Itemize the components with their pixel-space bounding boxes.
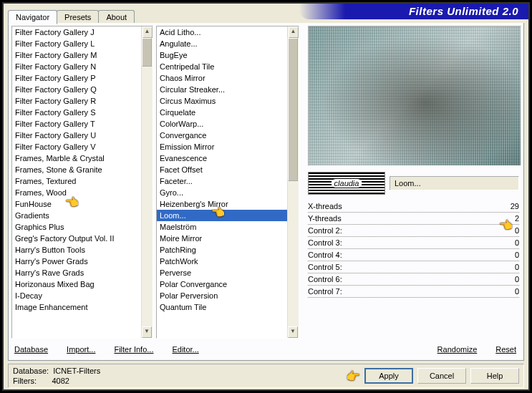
scroll-thumb[interactable]	[142, 38, 152, 67]
list-item[interactable]: Frames, Stone & Granite	[12, 164, 153, 175]
scrollbar[interactable]: ▲ ▼	[141, 26, 153, 338]
list-item[interactable]: Angulate...	[157, 38, 299, 49]
list-item[interactable]: Frames, Wood	[12, 187, 153, 198]
tab-presets[interactable]: Presets	[57, 10, 99, 24]
controls-list: X-threads29Y-threads2Control 2:0Control …	[308, 200, 519, 298]
list-item[interactable]: Perverse	[157, 267, 299, 278]
filter-preview	[308, 26, 521, 166]
list-item[interactable]: Filter Factory Gallery Q	[12, 84, 153, 95]
control-value: 0	[515, 251, 519, 259]
help-button[interactable]: Help	[470, 368, 519, 384]
list-item[interactable]: Polar Convergance	[157, 278, 299, 290]
control-row[interactable]: Control 5:0	[308, 261, 519, 273]
list-item[interactable]: Frames, Marble & Crystal	[12, 152, 153, 164]
list-item[interactable]: Faceter...	[157, 175, 299, 187]
list-item[interactable]: Filter Factory Gallery S	[12, 107, 153, 118]
list-item[interactable]: ColorWarp...	[157, 118, 299, 130]
list-item[interactable]: Filter Factory Gallery P	[12, 72, 153, 84]
list-item[interactable]: Filter Factory Gallery R	[12, 95, 153, 107]
list-item[interactable]: Graphics Plus	[12, 221, 153, 233]
title-bar: Filters Unlimited 2.0	[299, 4, 528, 19]
list-item[interactable]: Filter Factory Gallery T	[12, 118, 153, 130]
filter-info-link[interactable]: Filter Info...	[111, 345, 156, 354]
list-item[interactable]: Filter Factory Gallery M	[12, 49, 153, 61]
list-item[interactable]: Frames, Textured	[12, 175, 153, 187]
navigator-panel: Filter Factory Gallery JFilter Factory G…	[8, 23, 524, 361]
scroll-down-icon[interactable]: ▼	[288, 326, 298, 338]
category-list[interactable]: Filter Factory Gallery JFilter Factory G…	[11, 26, 153, 339]
list-item[interactable]: I-Decay	[12, 290, 153, 301]
control-label: Control 5:	[308, 263, 364, 271]
status-filters-label: Filters:	[13, 377, 37, 385]
panel-buttons: Database Import... Filter Info... Editor…	[11, 341, 519, 357]
scroll-up-icon[interactable]: ▲	[289, 26, 299, 38]
control-label: Control 4:	[308, 251, 364, 259]
apply-button[interactable]: Apply	[364, 368, 413, 384]
editor-link[interactable]: Editor...	[169, 345, 201, 354]
list-item[interactable]: Image Enhancement	[12, 301, 153, 313]
scroll-down-icon[interactable]: ▼	[142, 326, 152, 338]
control-row[interactable]: Control 7:0	[308, 286, 519, 298]
list-item[interactable]: Gradients	[12, 210, 153, 221]
status-db-label: Database:	[13, 367, 49, 375]
control-row[interactable]: Control 4:0	[308, 249, 519, 261]
control-row[interactable]: Control 3:0	[308, 237, 519, 249]
control-value: 0	[515, 287, 519, 296]
tab-navigator[interactable]: Navigator	[8, 10, 57, 24]
list-item[interactable]: Polar Perversion	[157, 290, 299, 301]
list-item[interactable]: Circular Streaker...	[157, 84, 299, 95]
list-item[interactable]: Horizonaus Mixed Bag	[12, 278, 153, 290]
database-link[interactable]: Database	[11, 345, 51, 354]
control-value: 0	[515, 226, 519, 235]
randomize-link[interactable]: Randomize	[435, 345, 480, 354]
list-item[interactable]: Harry's Power Grads	[12, 256, 153, 267]
scroll-thumb[interactable]	[288, 38, 298, 181]
control-label: Y-threads	[308, 214, 364, 223]
scroll-up-icon[interactable]: ▲	[142, 26, 153, 38]
list-item[interactable]: Emission Mirror	[157, 141, 299, 152]
list-item[interactable]: Moire Mirror	[157, 233, 299, 244]
filter-list[interactable]: Acid Litho...Angulate...BugEyeCentripeda…	[156, 26, 299, 339]
control-value: 29	[511, 202, 519, 210]
list-item[interactable]: Greg's Factory Output Vol. II	[12, 233, 153, 244]
control-row[interactable]: Control 2:0	[308, 225, 519, 237]
list-item[interactable]: Chaos Mirror	[157, 72, 299, 84]
control-row[interactable]: X-threads29	[308, 200, 519, 213]
current-filter-name: Loom...	[390, 176, 519, 190]
list-item[interactable]: Circus Maximus	[157, 95, 299, 107]
import-link[interactable]: Import...	[64, 345, 98, 354]
list-item[interactable]: Filter Factory Gallery U	[12, 130, 153, 141]
list-item[interactable]: Filter Factory Gallery V	[12, 141, 153, 152]
list-item[interactable]: Filter Factory Gallery J	[12, 26, 153, 38]
scrollbar[interactable]: ▲ ▼	[287, 26, 299, 338]
list-item[interactable]: BugEye	[157, 49, 299, 61]
tab-about[interactable]: About	[98, 10, 135, 24]
control-row[interactable]: Y-threads2	[308, 213, 519, 225]
list-item[interactable]: Cirquelate	[157, 107, 299, 118]
list-item[interactable]: Evanescence	[157, 152, 299, 164]
reset-link[interactable]: Reset	[493, 345, 519, 354]
list-item[interactable]: PatchWork	[157, 256, 299, 267]
list-item[interactable]: Filter Factory Gallery L	[12, 38, 153, 49]
list-item[interactable]: Filter Factory Gallery N	[12, 61, 153, 72]
list-item[interactable]: FunHouse	[12, 198, 153, 210]
control-label: Control 2:	[308, 226, 364, 235]
list-item[interactable]: Acid Litho...	[157, 26, 299, 38]
brand-logo	[308, 172, 385, 195]
list-item[interactable]: Heizenberg's Mirror	[157, 198, 299, 210]
list-item[interactable]: Gyro...	[157, 187, 299, 198]
control-label: Control 3:	[308, 238, 364, 247]
control-value: 0	[515, 275, 519, 283]
list-item[interactable]: Facet Offset	[157, 164, 299, 175]
control-value: 0	[515, 238, 519, 247]
list-item[interactable]: Convergance	[157, 130, 299, 141]
list-item[interactable]: Harry's Button Tools	[12, 244, 153, 256]
list-item[interactable]: Quantum Tile	[157, 301, 299, 313]
list-item[interactable]: Harry's Rave Grads	[12, 267, 153, 278]
list-item[interactable]: PatchRing	[157, 244, 299, 256]
list-item[interactable]: Centripedal Tile	[157, 61, 299, 72]
cancel-button[interactable]: Cancel	[417, 368, 466, 384]
list-item[interactable]: Maelström	[157, 221, 299, 233]
list-item[interactable]: Loom...	[157, 210, 299, 221]
control-row[interactable]: Control 6:0	[308, 273, 519, 286]
